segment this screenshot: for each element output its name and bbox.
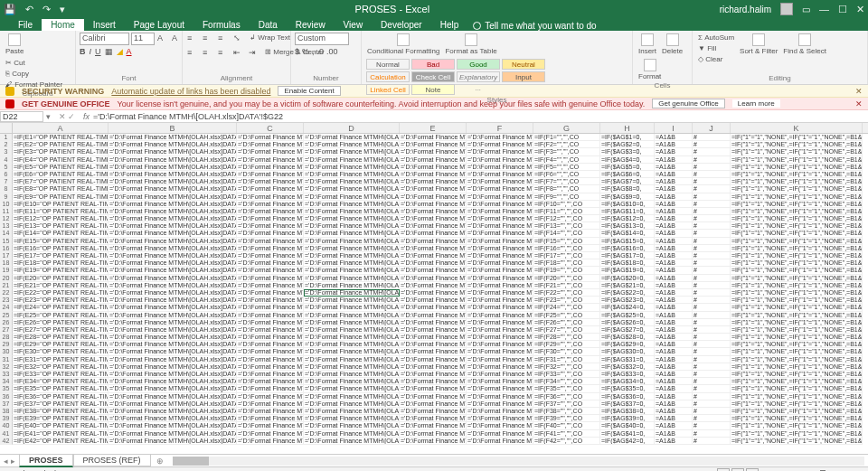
cell[interactable]: ='D:\Format Finance MTMH\[OLAH.xlsx]DATA… <box>467 385 533 392</box>
cell[interactable]: ='D:\Format Finance MTMH\[OLAH.xlsx]DATA… <box>108 356 237 363</box>
table-row[interactable]: 19=IF(E19="OP PATIENT REAL-TIME PAYMEN='… <box>0 267 868 274</box>
cell[interactable]: ='D:\Format Finance MTMH\[OLAH.xlsx]DATA… <box>467 304 533 311</box>
cell[interactable]: ='D:\Format Finance MTMH\[OLAH.xlsx <box>304 164 400 171</box>
row-header[interactable]: 35 <box>0 385 13 392</box>
cell[interactable]: =IF("1"="1","NONE",=IF("1"="1","NONE",=B… <box>731 393 863 400</box>
undo-icon[interactable]: ↶ <box>25 4 33 15</box>
tab-home[interactable]: Home <box>42 19 84 31</box>
row-header[interactable]: 34 <box>0 378 13 385</box>
cell[interactable]: =IF("1"="1","NONE",=IF("1"="1","NONE",=B… <box>731 422 863 429</box>
cell[interactable]: =A1&B <box>655 326 693 334</box>
cell[interactable]: =A1&B <box>655 430 693 438</box>
cell[interactable]: ='D:\Format Finance MTMH\[OLAH.xlsx]DATA… <box>400 156 467 164</box>
fill-color-button[interactable]: ◢ <box>117 47 123 56</box>
cell[interactable]: ='D:\Format Finance MTMH\[OLAH.xlsx <box>304 275 400 282</box>
cell[interactable]: ='D:\Format Finance MT <box>237 378 304 385</box>
cell[interactable]: =IF(F38="","",CO <box>533 408 600 415</box>
cell[interactable]: ='D:\Format Finance MTMH\[OLAH.xlsx]DATA… <box>467 356 533 363</box>
cell[interactable]: =IF($AG$24=0, <box>600 304 655 311</box>
cell[interactable]: ='D:\Format Finance MTMH\[OLAH.xlsx]DATA… <box>400 356 467 363</box>
cell[interactable]: ='D:\Format Finance MTMH\[OLAH.xlsx]DATA… <box>108 222 237 230</box>
cell[interactable]: ='D:\Format Finance MTMH\[OLAH.xlsx]DATA… <box>400 334 467 341</box>
cell[interactable]: =IF($AG$37=0, <box>600 400 655 408</box>
cell[interactable]: =A1&B <box>655 400 693 408</box>
cell[interactable]: =IF(E11="OP PATIENT REAL-TIME PAYMEN <box>13 208 108 215</box>
cell[interactable]: =IF(E1="OP PATIENT REAL-TIME PAYMEN <box>13 134 108 141</box>
cell[interactable]: =IF(E27="OP PATIENT REAL-TIME PAYMEN <box>13 326 108 334</box>
cell[interactable]: =IF($AG$31=0, <box>600 356 655 363</box>
cell[interactable]: ='D:\Format Finance MT <box>237 312 304 319</box>
cell[interactable]: # <box>693 385 731 392</box>
cell[interactable]: ='D:\Format Finance MTMH\[OLAH.xlsx <box>304 134 400 141</box>
cell[interactable]: ='D:\Format Finance MTMH\[OLAH.xlsx]DATA… <box>400 230 467 237</box>
cell[interactable]: ='D:\Format Finance MT <box>237 438 304 445</box>
cell[interactable]: ='D:\Format Finance MTMH\[OLAH.xlsx]DATA… <box>400 245 467 252</box>
view-buttons[interactable] <box>716 468 760 472</box>
cell[interactable]: ='D:\Format Finance MT <box>237 171 304 178</box>
cell[interactable]: ='D:\Format Finance MTMH\[OLAH.xlsx]DATA… <box>467 252 533 259</box>
cell[interactable]: ='D:\Format Finance MTMH\[OLAH.xlsx]DATA… <box>400 430 467 438</box>
delete-cells[interactable]: Delete <box>660 33 684 56</box>
cell[interactable]: ='D:\Format Finance MTMH\[OLAH.xlsx]DATA… <box>108 148 237 155</box>
style-good[interactable]: Good <box>457 59 500 70</box>
cell[interactable]: # <box>693 185 731 193</box>
cell[interactable]: ='D:\Format Finance MTMH\[OLAH.xlsx]DATA… <box>400 393 467 400</box>
cell[interactable]: # <box>693 230 731 237</box>
cell[interactable]: # <box>693 430 731 438</box>
horizontal-scrollbar[interactable] <box>173 457 864 466</box>
fx-icon[interactable]: fx <box>81 112 91 121</box>
cell[interactable]: =A1&B <box>655 164 693 171</box>
cell[interactable]: =A1&B <box>655 134 693 141</box>
row-header[interactable]: 18 <box>0 259 13 267</box>
cell[interactable]: ='D:\Format Finance MTMH\[OLAH.xlsx]DATA… <box>400 275 467 282</box>
cell[interactable]: ='D:\Format Finance MTMH\[OLAH.xlsx <box>304 334 400 341</box>
cell[interactable]: ='D:\Format Finance MTMH\[OLAH.xlsx]DATA… <box>400 222 467 230</box>
row-header[interactable]: 13 <box>0 222 13 230</box>
cell[interactable]: ='D:\Format Finance MTMH\[OLAH.xlsx]DATA… <box>108 385 237 392</box>
cell[interactable]: =A1&B <box>655 215 693 222</box>
cell[interactable]: =IF(E17="OP PATIENT REAL-TIME PAYMEN <box>13 252 108 259</box>
row-header[interactable]: 26 <box>0 319 13 326</box>
cell[interactable]: =IF($AG$10=0, <box>600 201 655 208</box>
cell[interactable]: =IF(F1="","",CO <box>533 134 600 141</box>
cell[interactable]: =IF("1"="1","NONE",=IF("1"="1","NONE",=B… <box>731 148 863 155</box>
cell[interactable]: # <box>693 371 731 378</box>
col-I[interactable]: I <box>655 123 693 133</box>
insert-cells[interactable]: Insert <box>637 33 658 56</box>
cell[interactable]: ='D:\Format Finance MTMH\[OLAH.xlsx]DATA… <box>467 289 533 297</box>
cell[interactable]: =IF($AG$11=0, <box>600 208 655 215</box>
row-header[interactable]: 19 <box>0 267 13 274</box>
name-box[interactable]: D22 <box>0 111 43 122</box>
cell[interactable]: =IF(F31="","",CO <box>533 356 600 363</box>
learn-more-button[interactable]: Learn more <box>732 99 780 108</box>
cell[interactable]: ='D:\Format Finance MTMH\[OLAH.xlsx]DATA… <box>400 259 467 267</box>
cell[interactable]: =IF($AG$15=0, <box>600 238 655 245</box>
cell[interactable]: =IF("1"="1","NONE",=IF("1"="1","NONE",=B… <box>731 201 863 208</box>
cell[interactable]: ='D:\Format Finance MTMH\[OLAH.xlsx]DATA… <box>400 408 467 415</box>
row-header[interactable]: 30 <box>0 348 13 355</box>
cell[interactable]: # <box>693 267 731 274</box>
style-expl[interactable]: Explanatory ... <box>457 71 500 82</box>
cell[interactable]: =IF("1"="1","NONE",=IF("1"="1","NONE",=B… <box>731 222 863 230</box>
row-header[interactable]: 5 <box>0 164 13 171</box>
cell[interactable]: ='D:\Format Finance MTMH\[OLAH.xlsx]DATA… <box>108 164 237 171</box>
table-row[interactable]: 16=IF(E16="OP PATIENT REAL-TIME PAYMEN='… <box>0 245 868 252</box>
col-G[interactable]: G <box>533 123 600 133</box>
cell[interactable]: =IF(E31="OP PATIENT REAL-TIME PAYMEN <box>13 356 108 363</box>
cell[interactable]: ='D:\Format Finance MTMH\[OLAH.xlsx]DATA… <box>467 201 533 208</box>
style-input[interactable]: Input <box>502 71 545 82</box>
cell[interactable]: =IF(F5="","",CO <box>533 164 600 171</box>
genuine-button[interactable]: Get genuine Office <box>652 99 725 108</box>
cell[interactable]: =IF("1"="1","NONE",=IF("1"="1","NONE",=B… <box>731 378 863 385</box>
cell[interactable]: ='D:\Format Finance MT <box>237 385 304 392</box>
cell[interactable]: =IF(E10="OP PATIENT REAL-TIME PAYMEN <box>13 201 108 208</box>
cell[interactable]: ='D:\Format Finance MT <box>237 134 304 141</box>
cell[interactable]: =IF(F2="","",CO <box>533 141 600 148</box>
cell[interactable]: ='D:\Format Finance MTMH\[OLAH.xlsx <box>304 378 400 385</box>
cell[interactable]: =IF("1"="1","NONE",=IF("1"="1","NONE",=B… <box>731 304 863 311</box>
cell[interactable]: # <box>693 319 731 326</box>
cell[interactable]: ='D:\Format Finance MTMH\[OLAH.xlsx]DATA… <box>400 341 467 348</box>
cell[interactable]: ='D:\Format Finance MTMH\[OLAH.xlsx]DATA… <box>108 178 237 185</box>
cell[interactable]: ='D:\Format Finance MTMH\[OLAH.xlsx <box>304 319 400 326</box>
cell[interactable]: # <box>693 259 731 267</box>
